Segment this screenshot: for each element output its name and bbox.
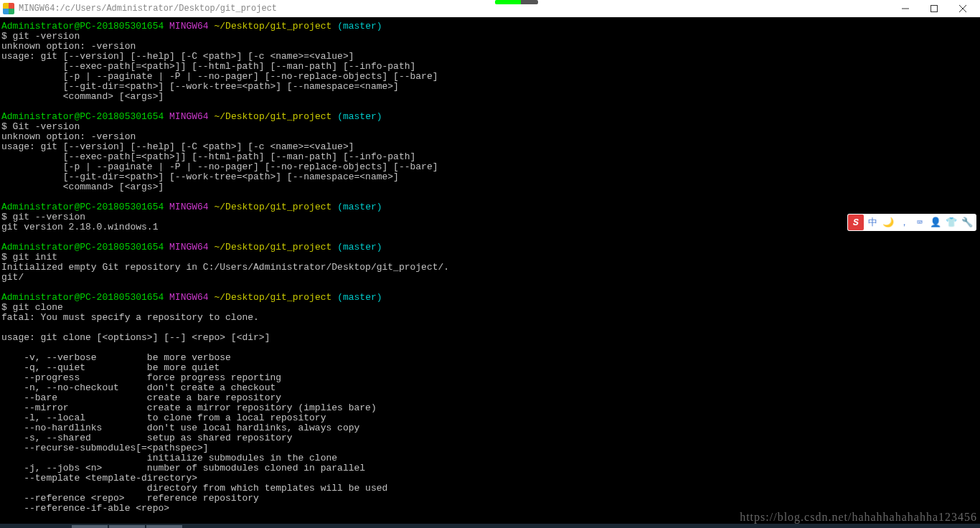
prompt-userhost: Administrator@PC-201805301654 bbox=[1, 292, 164, 303]
taskbar-item[interactable] bbox=[146, 525, 182, 528]
ime-settings-icon[interactable]: 🔧 bbox=[960, 215, 974, 230]
taskbar-item[interactable] bbox=[72, 525, 108, 528]
output-block: fatal: You must specify a repository to … bbox=[1, 313, 979, 514]
prompt-line: Administrator@PC-201805301654 MINGW64 ~/… bbox=[1, 112, 979, 122]
prompt-path: ~/Desktop/git_project bbox=[214, 202, 331, 212]
blank-line bbox=[1, 283, 979, 293]
ime-punct-icon[interactable]: ， bbox=[897, 215, 911, 230]
maximize-button[interactable] bbox=[920, 0, 948, 17]
command-line: $ git clone bbox=[1, 303, 979, 313]
watermark: https://blog.csdn.net/hahahhahahahha1234… bbox=[740, 511, 977, 524]
prompt-branch: (master) bbox=[337, 202, 382, 212]
ime-logo-icon[interactable]: S bbox=[848, 214, 864, 230]
close-button[interactable] bbox=[948, 0, 977, 17]
prompt-env: MINGW64 bbox=[169, 292, 209, 303]
command-line: $ git init bbox=[1, 253, 979, 263]
output-block: unknown option: -version usage: git [--v… bbox=[1, 132, 979, 192]
minimize-button[interactable] bbox=[891, 0, 920, 17]
prompt-path: ~/Desktop/git_project bbox=[214, 292, 331, 303]
command-line: $ Git -version bbox=[1, 122, 979, 132]
prompt-branch: (master) bbox=[337, 21, 382, 32]
ime-moon-icon[interactable]: 🌙 bbox=[881, 215, 895, 230]
prompt-path: ~/Desktop/git_project bbox=[214, 111, 331, 122]
blank-line bbox=[1, 232, 979, 242]
prompt-branch: (master) bbox=[337, 292, 382, 303]
prompt-env: MINGW64 bbox=[169, 111, 209, 122]
blank-line bbox=[1, 102, 979, 112]
titlebar: MINGW64:/c/Users/Administrator/Desktop/g… bbox=[0, 0, 980, 17]
window-title: MINGW64:/c/Users/Administrator/Desktop/g… bbox=[19, 4, 891, 14]
activity-indicator bbox=[495, 0, 538, 4]
blank-line bbox=[1, 192, 979, 202]
prompt-line: Administrator@PC-201805301654 MINGW64 ~/… bbox=[1, 202, 979, 212]
app-icon bbox=[3, 3, 14, 14]
output-block: Initialized empty Git repository in C:/U… bbox=[1, 263, 979, 283]
prompt-userhost: Administrator@PC-201805301654 bbox=[1, 111, 164, 122]
prompt-env: MINGW64 bbox=[169, 242, 209, 253]
prompt-userhost: Administrator@PC-201805301654 bbox=[1, 242, 164, 253]
prompt-line: Administrator@PC-201805301654 MINGW64 ~/… bbox=[1, 242, 979, 253]
terminal[interactable]: Administrator@PC-201805301654 MINGW64 ~/… bbox=[0, 17, 980, 528]
ime-skin-icon[interactable]: 👕 bbox=[944, 215, 958, 230]
command-line: $ git -version bbox=[1, 32, 979, 42]
prompt-branch: (master) bbox=[337, 242, 382, 253]
window-controls bbox=[891, 0, 977, 17]
taskbar[interactable] bbox=[0, 524, 980, 528]
ime-user-icon[interactable]: 👤 bbox=[928, 215, 943, 230]
prompt-env: MINGW64 bbox=[169, 21, 209, 32]
prompt-path: ~/Desktop/git_project bbox=[214, 21, 331, 32]
ime-keyboard-icon[interactable]: ⌨ bbox=[913, 215, 927, 230]
prompt-userhost: Administrator@PC-201805301654 bbox=[1, 202, 164, 212]
output-block: unknown option: -version usage: git [--v… bbox=[1, 42, 979, 102]
prompt-line: Administrator@PC-201805301654 MINGW64 ~/… bbox=[1, 293, 979, 303]
command-line: $ git --version bbox=[1, 212, 979, 222]
prompt-path: ~/Desktop/git_project bbox=[214, 242, 331, 253]
taskbar-item[interactable] bbox=[109, 525, 145, 528]
prompt-line: Administrator@PC-201805301654 MINGW64 ~/… bbox=[1, 22, 979, 32]
ime-lang-icon[interactable]: 中 bbox=[865, 215, 880, 230]
output-block: git version 2.18.0.windows.1 bbox=[1, 222, 979, 232]
prompt-userhost: Administrator@PC-201805301654 bbox=[1, 21, 164, 32]
prompt-env: MINGW64 bbox=[169, 202, 209, 212]
svg-rect-1 bbox=[931, 6, 938, 12]
ime-toolbar[interactable]: S 中 🌙 ， ⌨ 👤 👕 🔧 bbox=[847, 214, 976, 231]
prompt-branch: (master) bbox=[337, 111, 382, 122]
